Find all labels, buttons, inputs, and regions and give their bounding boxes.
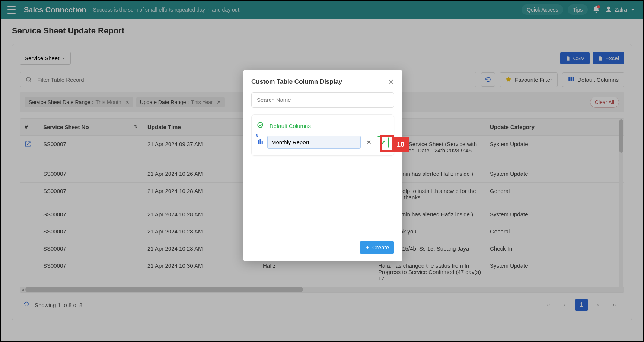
- svg-rect-6: [260, 139, 261, 144]
- plus-icon: [365, 245, 370, 250]
- svg-rect-5: [258, 140, 259, 144]
- columns-count-icon: 6: [257, 138, 264, 146]
- modal-close-icon[interactable]: ✕: [388, 77, 394, 86]
- default-columns-option[interactable]: Default Columns: [255, 119, 390, 132]
- svg-rect-7: [262, 141, 263, 143]
- confirm-check-button[interactable]: [377, 136, 389, 148]
- column-set-name-input[interactable]: [267, 136, 361, 149]
- create-label: Create: [372, 244, 389, 251]
- column-display-modal: Custom Table Column Display ✕ Default Co…: [243, 70, 402, 261]
- modal-search-wrapper[interactable]: [251, 92, 394, 108]
- column-count-badge: 6: [256, 134, 258, 138]
- create-button[interactable]: Create: [360, 241, 394, 254]
- annotation-callout: 10: [392, 137, 409, 152]
- clear-input-icon[interactable]: ✕: [364, 138, 373, 146]
- modal-search-input[interactable]: [257, 97, 389, 103]
- modal-title: Custom Table Column Display: [251, 78, 342, 86]
- check-circle-icon: [257, 122, 264, 130]
- check-icon: [379, 139, 386, 146]
- default-columns-option-label: Default Columns: [270, 123, 311, 129]
